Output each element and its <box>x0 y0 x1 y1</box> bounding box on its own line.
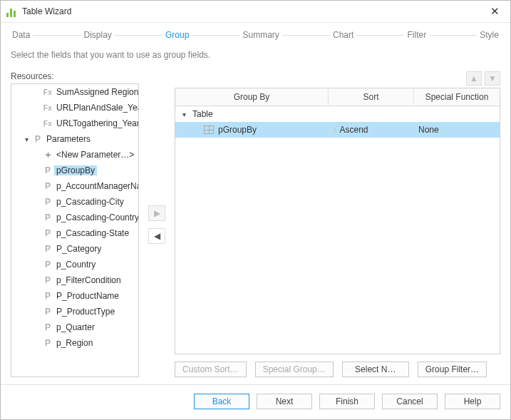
parameter-icon: P <box>41 212 54 222</box>
parameter-icon: P <box>41 165 54 175</box>
sort-ascending-icon: ↑ <box>333 126 337 134</box>
remove-from-group-icon[interactable]: ◀ <box>148 228 165 244</box>
parameter-icon: P <box>41 181 54 191</box>
tree-item[interactable]: Pp_Cascading-State <box>11 225 139 241</box>
next-button[interactable]: Next <box>257 394 312 409</box>
finish-button[interactable]: Finish <box>319 394 375 409</box>
parameter-icon: P <box>41 291 54 301</box>
tree-item[interactable]: ▾PParameters <box>11 131 139 147</box>
tree-item[interactable]: Pp_AccountManagerName <box>11 178 139 194</box>
formula-icon: Fx <box>41 120 54 128</box>
tree-item[interactable]: FxURLTogathering_Year <box>11 116 139 131</box>
cancel-button[interactable]: Cancel <box>382 394 438 409</box>
step-separator <box>115 35 162 36</box>
plus-icon: ＋ <box>41 148 54 161</box>
step-chart[interactable]: Chart <box>331 30 355 40</box>
expand-caret-icon[interactable]: ▾ <box>180 111 188 118</box>
step-separator <box>192 35 239 36</box>
move-down-icon[interactable]: ▼ <box>485 71 500 86</box>
group-label: pGroupBy <box>218 125 257 135</box>
add-to-group-icon[interactable]: ▶ <box>148 205 165 221</box>
tree-item-label: pGroupBy <box>54 165 97 175</box>
step-data[interactable]: Data <box>11 30 31 40</box>
step-separator <box>429 35 477 36</box>
col-group-by[interactable]: Group By <box>175 88 329 106</box>
tree-item[interactable]: PP_ProductName <box>11 288 139 304</box>
titlebar: Table Wizard ✕ <box>1 1 510 23</box>
tree-item-label: p_Quarter <box>54 322 97 332</box>
select-n-button[interactable]: Select N… <box>342 362 409 377</box>
close-icon[interactable]: ✕ <box>485 5 505 18</box>
tree-item-label: P_ProductType <box>54 307 117 317</box>
special-group-button[interactable]: Special Group… <box>255 362 334 377</box>
app-icon <box>6 6 18 17</box>
tree-item[interactable]: FxSumAssigned Region <box>11 84 139 100</box>
tree-item-label: P_ProductName <box>54 291 121 301</box>
wizard-steps: Data Display Group Summary Chart Filter … <box>1 23 510 50</box>
group-grid: Group By Sort Special Function ▾TablepGr… <box>175 88 500 354</box>
help-button[interactable]: Help <box>445 394 500 409</box>
step-summary[interactable]: Summary <box>242 30 281 40</box>
tree-item[interactable]: Pp_Cascading-City <box>11 194 139 210</box>
parameter-icon: P <box>41 244 54 254</box>
sort-value: Ascend <box>340 125 368 135</box>
step-separator <box>282 35 330 36</box>
footer: Back Next Finish Cancel Help <box>1 384 510 419</box>
special-function-value: None <box>414 125 500 135</box>
tree-item-label: p_FilterCondition <box>54 275 123 285</box>
tree-item-label: p_AccountManagerName <box>54 181 139 191</box>
step-filter[interactable]: Filter <box>406 30 428 40</box>
tree-item[interactable]: Pp_Quarter <box>11 319 139 335</box>
tree-item-label: SumAssigned Region <box>54 87 139 97</box>
parameter-icon: P <box>41 228 54 238</box>
tree-item[interactable]: Pp_Region <box>11 335 139 351</box>
resources-tree[interactable]: FxSumAssigned RegionFxURLPlanAndSale_Yea… <box>11 83 139 377</box>
tree-item-label: URLTogathering_Year <box>54 118 139 128</box>
tree-item-label: p_Region <box>54 338 95 348</box>
tree-item[interactable]: ＋<New Parameter…> <box>11 147 139 163</box>
tree-item-label: <New Parameter…> <box>54 150 136 160</box>
tree-item-label: p_Cascading-Country <box>54 212 139 222</box>
step-separator <box>33 35 81 36</box>
tree-item-label: URLPlanAndSale_Year <box>54 103 139 113</box>
move-up-icon[interactable]: ▲ <box>466 71 482 86</box>
tree-item-label: p_Cascading-State <box>54 228 131 238</box>
step-style[interactable]: Style <box>478 30 500 40</box>
instruction-text: Select the fields that you want to use a… <box>1 50 510 71</box>
col-special-function[interactable]: Special Function <box>414 88 500 106</box>
window-title: Table Wizard <box>22 6 485 16</box>
custom-sort-button[interactable]: Custom Sort… <box>175 362 247 377</box>
formula-icon: Fx <box>41 104 54 112</box>
tree-item[interactable]: Pp_FilterCondition <box>11 272 139 288</box>
formula-icon: Fx <box>41 88 54 96</box>
tree-item[interactable]: PpGroupBy <box>11 163 139 178</box>
parameter-icon: P <box>41 307 54 317</box>
step-group[interactable]: Group <box>164 30 190 40</box>
parameter-icon: P <box>41 338 54 348</box>
table-icon <box>204 126 214 134</box>
parameter-icon: P <box>41 322 54 332</box>
expand-caret-icon[interactable]: ▾ <box>21 135 31 143</box>
tree-item[interactable]: FxURLPlanAndSale_Year <box>11 100 139 116</box>
parameter-icon: P <box>31 134 44 144</box>
resources-label: Resources: <box>11 71 139 81</box>
grid-row[interactable]: ▾Table <box>175 106 500 122</box>
tree-item-label: Parameters <box>44 134 93 144</box>
parameter-icon: P <box>41 275 54 285</box>
tree-item[interactable]: PP_ProductType <box>11 304 139 319</box>
group-filter-button[interactable]: Group Filter… <box>418 362 487 377</box>
tree-item[interactable]: PP_Category <box>11 241 139 257</box>
tree-item-label: P_Category <box>54 244 103 254</box>
step-separator <box>356 35 404 36</box>
tree-item-label: p_Country <box>54 260 98 270</box>
step-display[interactable]: Display <box>83 30 113 40</box>
tree-item[interactable]: Pp_Cascading-Country <box>11 210 139 225</box>
grid-header: Group By Sort Special Function <box>175 88 500 106</box>
parameter-icon: P <box>41 260 54 270</box>
group-label: Table <box>192 109 213 119</box>
col-sort[interactable]: Sort <box>329 88 414 106</box>
parameter-icon: P <box>41 197 54 207</box>
back-button[interactable]: Back <box>194 394 249 409</box>
grid-row[interactable]: pGroupBy↑AscendNone <box>175 122 500 138</box>
tree-item[interactable]: Pp_Country <box>11 257 139 272</box>
